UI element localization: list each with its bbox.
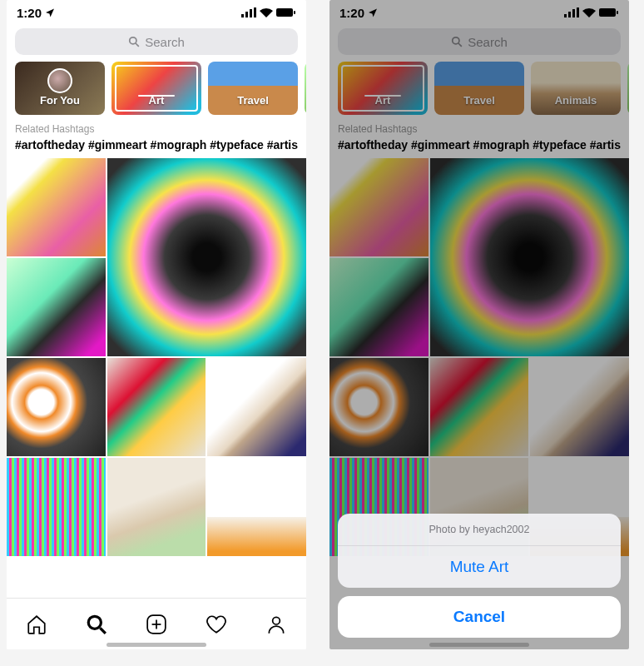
location-icon — [45, 7, 55, 17]
action-sheet-group: Photo by heyach2002 Mute Art — [338, 514, 621, 588]
profile-icon[interactable] — [265, 614, 287, 635]
avatar — [47, 68, 72, 93]
search-input[interactable]: Search — [15, 28, 298, 55]
grid-tile-large[interactable] — [107, 158, 306, 356]
action-sheet: Photo by heyach2002 Mute Art Cancel — [338, 514, 621, 638]
category-row[interactable]: For You Art Travel — [7, 62, 306, 123]
svg-rect-4 — [276, 8, 293, 17]
explore-grid — [7, 158, 306, 556]
category-travel[interactable]: Travel — [208, 62, 298, 115]
category-art[interactable]: Art — [111, 62, 201, 115]
category-label: For You — [40, 94, 80, 107]
status-time: 1:20 — [17, 6, 42, 20]
svg-line-9 — [100, 628, 106, 634]
grid-tile[interactable] — [207, 358, 306, 456]
wifi-icon — [260, 7, 273, 17]
hashtag-row[interactable]: #artoftheday #gimmeart #mograph #typefac… — [7, 138, 306, 158]
grid-tile[interactable] — [7, 358, 106, 456]
category-label: Art — [149, 94, 165, 107]
status-bar: 1:20 — [7, 0, 306, 25]
phone-explore: 1:20 Search For You Art — [7, 0, 306, 649]
svg-rect-2 — [250, 9, 252, 17]
related-hashtags-label: Related Hashtags — [7, 123, 306, 138]
svg-rect-3 — [254, 7, 256, 17]
category-for-you[interactable]: For You — [15, 62, 105, 115]
home-indicator[interactable] — [429, 643, 529, 647]
grid-tile[interactable] — [207, 458, 306, 556]
home-icon[interactable] — [26, 614, 47, 635]
tab-bar — [7, 598, 306, 649]
search-icon — [128, 36, 140, 47]
category-label: Travel — [237, 94, 269, 107]
grid-tile[interactable] — [107, 458, 206, 556]
home-indicator[interactable] — [107, 643, 206, 647]
category-peek[interactable] — [305, 62, 306, 115]
grid-tile[interactable] — [107, 358, 206, 456]
svg-rect-1 — [245, 12, 248, 17]
mute-button[interactable]: Mute Art — [338, 546, 621, 588]
svg-line-7 — [136, 43, 139, 47]
grid-tile[interactable] — [7, 458, 106, 556]
action-sheet-title: Photo by heyach2002 — [338, 514, 621, 546]
battery-icon — [276, 7, 296, 17]
svg-rect-0 — [241, 14, 244, 17]
add-post-icon[interactable] — [146, 614, 167, 635]
phone-action-sheet: 1:20 Search Art Travel Animals — [329, 0, 629, 649]
svg-rect-5 — [294, 11, 295, 14]
heart-icon[interactable] — [206, 614, 227, 635]
cancel-button[interactable]: Cancel — [338, 596, 621, 638]
grid-tile[interactable] — [7, 158, 106, 256]
svg-point-8 — [88, 616, 101, 629]
svg-point-6 — [130, 37, 136, 44]
search-tab-icon[interactable] — [86, 614, 107, 635]
svg-point-13 — [273, 617, 280, 624]
search-placeholder: Search — [145, 35, 185, 49]
signal-icon — [241, 7, 256, 17]
grid-tile[interactable] — [7, 258, 106, 356]
